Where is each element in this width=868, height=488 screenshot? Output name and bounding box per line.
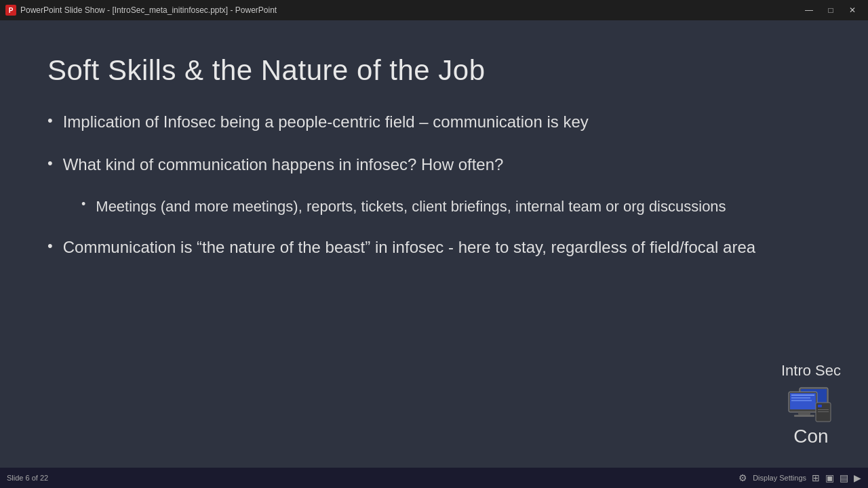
svg-rect-12 xyxy=(818,411,829,412)
slide-area: Soft Skills & the Nature of the Job • Im… xyxy=(0,20,868,468)
svg-rect-4 xyxy=(791,394,814,396)
bullet-text-1: Implication of Infosec being a people-ce… xyxy=(63,110,589,134)
bullet-item-2: • What kind of communication happens in … xyxy=(47,153,821,177)
bullet-item-1: • Implication of Infosec being a people-… xyxy=(47,110,821,134)
slideshow-icon[interactable]: ▶ xyxy=(854,472,861,483)
window-controls[interactable]: — □ ✕ xyxy=(799,3,863,17)
bullet-text-2: What kind of communication happens in in… xyxy=(63,153,504,177)
maximize-button[interactable]: □ xyxy=(821,3,841,17)
minimize-button[interactable]: — xyxy=(799,3,819,17)
display-settings-label: Display Settings xyxy=(753,474,806,482)
sub-bullet-dot-1: • xyxy=(81,197,85,211)
con-label: Con xyxy=(793,426,828,447)
status-bar-right: ⚙ Display Settings ⊞ ▣ ▤ ▶ xyxy=(738,472,861,483)
slide-number: Slide 6 of 22 xyxy=(7,474,48,482)
svg-rect-8 xyxy=(794,415,814,417)
sub-bullet-text-1: Meetings (and more meetings), reports, t… xyxy=(96,196,726,218)
slide-content: • Implication of Infosec being a people-… xyxy=(47,110,821,434)
close-button[interactable]: ✕ xyxy=(842,3,863,17)
display-settings-icon: ⚙ xyxy=(738,472,747,483)
intro-sec-label: Intro Sec xyxy=(781,362,841,380)
bullet-item-3: • Communication is “the nature of the be… xyxy=(47,236,821,260)
app-icon: P xyxy=(5,5,16,16)
svg-rect-11 xyxy=(818,409,829,410)
svg-rect-5 xyxy=(791,397,810,399)
sub-bullet-item-1: • Meetings (and more meetings), reports,… xyxy=(81,196,821,218)
slide-title: Soft Skills & the Nature of the Job xyxy=(47,54,821,87)
view-slide-icon[interactable]: ▣ xyxy=(825,472,834,483)
computer-icon xyxy=(787,382,835,423)
title-bar-text: PowerPoint Slide Show - [IntroSec_meta_i… xyxy=(20,5,795,15)
view-normal-icon[interactable]: ⊞ xyxy=(812,472,820,483)
bullet-dot-2: • xyxy=(47,155,53,172)
view-reading-icon[interactable]: ▤ xyxy=(840,472,848,483)
svg-rect-7 xyxy=(798,412,810,415)
svg-rect-10 xyxy=(818,405,822,407)
bullet-dot-1: • xyxy=(47,112,53,129)
title-bar: P PowerPoint Slide Show - [IntroSec_meta… xyxy=(0,0,868,20)
logo-area: Intro Sec Con xyxy=(781,362,841,447)
status-bar: Slide 6 of 22 ⚙ Display Settings ⊞ ▣ ▤ ▶ xyxy=(0,468,868,488)
bullet-dot-3: • xyxy=(47,237,53,255)
bullet-text-3: Communication is “the nature of the beas… xyxy=(63,236,755,260)
svg-rect-6 xyxy=(791,400,812,401)
